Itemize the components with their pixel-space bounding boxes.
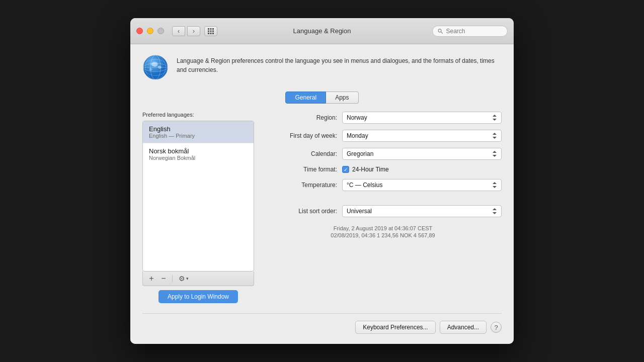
- add-language-button[interactable]: +: [146, 274, 157, 283]
- search-input[interactable]: [446, 28, 502, 35]
- checkmark-icon: ✓: [344, 167, 348, 172]
- time-format-row: Time format: ✓ 24-Hour Time: [264, 166, 502, 173]
- svg-rect-3: [208, 30, 209, 32]
- first-day-select-wrapper: Monday: [342, 130, 502, 142]
- list-toolbar: + − ⚙ ▾: [142, 272, 254, 286]
- remove-language-button[interactable]: −: [158, 274, 169, 283]
- language-list: English English — Primary Norsk bokmål N…: [142, 121, 254, 272]
- tab-bar: General Apps: [142, 92, 502, 104]
- list-item[interactable]: English English — Primary: [143, 121, 254, 143]
- calendar-select[interactable]: Gregorian: [342, 148, 502, 160]
- svg-point-9: [438, 29, 441, 32]
- help-button[interactable]: ?: [491, 322, 502, 333]
- content-area: Language & Region preferences control th…: [130, 44, 514, 344]
- chevron-left-icon: ‹: [178, 28, 180, 35]
- time-format-label: Time format:: [264, 166, 342, 173]
- minimize-button[interactable]: [147, 28, 153, 34]
- grid-view-button[interactable]: [204, 26, 217, 36]
- first-day-select[interactable]: Monday: [342, 130, 502, 142]
- temperature-label: Temperature:: [264, 182, 342, 189]
- back-button[interactable]: ‹: [172, 26, 185, 36]
- search-icon: [438, 28, 443, 34]
- preview-section: Friday, 2 August 2019 at 04:36:07 CEST 0…: [264, 225, 502, 238]
- keyboard-preferences-button[interactable]: Keyboard Preferences...: [355, 321, 435, 334]
- titlebar: ‹ › Language & Region: [130, 18, 514, 44]
- apply-button-container: Apply to Login Window: [142, 290, 254, 303]
- temperature-row: Temperature: °C — Celsius: [264, 179, 502, 191]
- nav-buttons: ‹ ›: [172, 26, 200, 36]
- region-control: Norway: [342, 112, 502, 124]
- svg-line-10: [441, 32, 443, 33]
- time-format-control: ✓ 24-Hour Time: [342, 166, 502, 173]
- region-select-wrapper: Norway: [342, 112, 502, 124]
- advanced-button[interactable]: Advanced...: [440, 321, 487, 334]
- language-name: Norsk bokmål: [149, 147, 248, 155]
- right-panel: Region: Norway First day of week:: [264, 112, 502, 303]
- main-window: ‹ › Language & Region: [130, 18, 514, 344]
- gear-icon: ⚙: [179, 275, 185, 283]
- globe-icon: [142, 54, 169, 82]
- svg-rect-2: [212, 28, 214, 30]
- header-description: Language & Region preferences control th…: [177, 54, 502, 74]
- left-panel: Preferred languages: English English — P…: [142, 112, 254, 303]
- maximize-button[interactable]: [157, 28, 164, 34]
- temperature-select-wrapper: °C — Celsius: [342, 179, 502, 191]
- calendar-select-wrapper: Gregorian: [342, 148, 502, 160]
- gear-menu-button[interactable]: ⚙ ▾: [176, 274, 192, 284]
- svg-rect-7: [210, 33, 212, 34]
- chevron-down-icon: ▾: [186, 276, 189, 281]
- list-sort-select[interactable]: Universal: [342, 205, 502, 217]
- list-sort-control: Universal: [342, 205, 502, 217]
- svg-rect-5: [212, 30, 214, 32]
- forward-button[interactable]: ›: [187, 26, 200, 36]
- toolbar-separator: [172, 275, 173, 282]
- time-format-checkbox-row: ✓ 24-Hour Time: [342, 166, 389, 173]
- preview-date: Friday, 2 August 2019 at 04:36:07 CEST: [264, 225, 502, 231]
- language-subtitle: English — Primary: [149, 133, 248, 139]
- tab-apps[interactable]: Apps: [326, 92, 358, 104]
- region-select[interactable]: Norway: [342, 112, 502, 124]
- time-format-checkbox-label: 24-Hour Time: [352, 166, 389, 173]
- spacer: [264, 197, 502, 205]
- search-box[interactable]: [432, 26, 508, 37]
- language-subtitle: Norwegian Bokmål: [149, 155, 248, 161]
- list-item[interactable]: Norsk bokmål Norwegian Bokmål: [143, 143, 254, 165]
- temperature-control: °C — Celsius: [342, 179, 502, 191]
- svg-rect-6: [208, 33, 209, 34]
- first-day-row: First day of week: Monday: [264, 130, 502, 142]
- calendar-control: Gregorian: [342, 148, 502, 160]
- svg-rect-0: [208, 28, 209, 30]
- traffic-lights: [136, 28, 164, 34]
- preview-formats: 02/08/2019, 04:36 1 234,56 NOK 4 567,89: [264, 232, 502, 238]
- temperature-select[interactable]: °C — Celsius: [342, 179, 502, 191]
- region-row: Region: Norway: [264, 112, 502, 124]
- bottom-buttons: Keyboard Preferences... Advanced... ?: [142, 313, 502, 334]
- first-day-label: First day of week:: [264, 132, 342, 139]
- calendar-label: Calendar:: [264, 150, 342, 157]
- time-format-checkbox[interactable]: ✓: [342, 166, 349, 173]
- region-label: Region:: [264, 114, 342, 121]
- list-sort-select-wrapper: Universal: [342, 205, 502, 217]
- main-body: Preferred languages: English English — P…: [142, 112, 502, 303]
- list-sort-label: List sort order:: [264, 208, 342, 215]
- chevron-right-icon: ›: [193, 28, 195, 35]
- preferred-languages-label: Preferred languages:: [142, 112, 254, 118]
- language-name: English: [149, 125, 248, 133]
- grid-icon: [207, 28, 214, 35]
- svg-rect-4: [210, 30, 212, 32]
- window-title: Language & Region: [293, 27, 351, 35]
- first-day-control: Monday: [342, 130, 502, 142]
- svg-rect-1: [210, 28, 212, 30]
- tab-general[interactable]: General: [285, 92, 326, 104]
- list-sort-row: List sort order: Universal: [264, 205, 502, 217]
- apply-login-window-button[interactable]: Apply to Login Window: [158, 290, 238, 303]
- calendar-row: Calendar: Gregorian: [264, 148, 502, 160]
- svg-rect-8: [212, 33, 214, 34]
- header-section: Language & Region preferences control th…: [142, 54, 502, 82]
- close-button[interactable]: [136, 28, 143, 34]
